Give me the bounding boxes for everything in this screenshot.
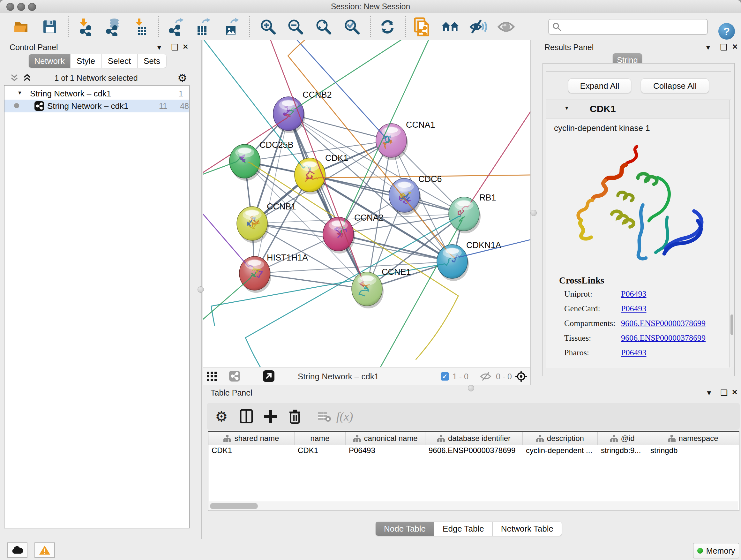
panel-float-icon[interactable]: ❑ [720, 388, 728, 398]
cloud-button[interactable] [7, 543, 27, 558]
left-splitter-grip[interactable] [198, 287, 204, 293]
gene-section-header[interactable]: ▼ CDK1 [546, 100, 731, 118]
zoom-out-button[interactable] [286, 18, 305, 36]
column-header-name[interactable]: name [294, 432, 346, 445]
zoom-fit-button[interactable] [315, 18, 333, 36]
protein-ribbon-squiggle [458, 40, 530, 215]
tab-select[interactable]: Select [102, 54, 138, 68]
horizontal-splitter-grip[interactable] [468, 385, 474, 391]
column-header--id[interactable]: @id [598, 432, 647, 445]
expand-all-button[interactable]: Expand All [568, 78, 631, 93]
section-collapse-icon[interactable]: ▼ [564, 105, 569, 111]
zoom-selected-icon [344, 18, 360, 35]
crosslink-label: Pharos: [564, 348, 621, 358]
column-header-namespace[interactable]: namespace [647, 432, 739, 445]
network-row[interactable]: String Network – cdk1 11 48 [4, 100, 189, 112]
network-edge-CCNB2-CCNE1[interactable] [288, 114, 367, 289]
table-row[interactable]: CDK1CDK1P064939606.ENSP00000378699cyclin… [208, 445, 739, 456]
table-cell[interactable]: 9606.ENSP00000378699 [425, 445, 523, 456]
panel-float-icon[interactable]: ❑ [171, 43, 179, 52]
table-cell[interactable]: P06493 [346, 445, 425, 456]
right-splitter-grip[interactable] [530, 210, 537, 216]
column-header-database-identifier[interactable]: database identifier [425, 432, 523, 445]
export-image-button[interactable] [222, 18, 240, 36]
network-share-icon[interactable] [229, 371, 240, 381]
search-input[interactable] [563, 21, 704, 32]
tab-edge-table[interactable]: Edge Table [434, 522, 493, 536]
crosslink-link[interactable]: 9606.ENSP00000378699 [621, 333, 705, 343]
import-table-button[interactable] [133, 18, 151, 36]
column-header-canonical-name[interactable]: canonical name [346, 432, 425, 445]
delete-column-trash-icon[interactable] [286, 408, 304, 425]
zoom-selected-button[interactable] [343, 18, 361, 36]
string-home-button[interactable] [441, 18, 459, 36]
node-label-CCNE1: CCNE1 [382, 267, 411, 277]
tab-sets[interactable]: Sets [138, 54, 166, 68]
network-edge-CCNB2-HIST1H1A[interactable] [255, 114, 288, 273]
hidden-count: 0 - 0 [496, 372, 512, 381]
panel-close-icon[interactable]: ✕ [732, 43, 738, 51]
gray-eye-button[interactable] [497, 18, 515, 36]
panel-float-icon[interactable]: ❑ [720, 43, 727, 52]
export-image-icon [223, 18, 239, 36]
hide-glass-button[interactable] [469, 18, 487, 36]
refresh-button[interactable] [379, 18, 396, 36]
results-scrollbar[interactable] [730, 100, 734, 368]
open-file-button[interactable] [13, 18, 30, 36]
table-cell[interactable]: stringdb [647, 445, 739, 456]
table-cell[interactable]: stringdb:9... [598, 445, 647, 456]
warning-button[interactable] [35, 543, 55, 558]
crosslink-link[interactable]: P06493 [621, 304, 646, 313]
crosslink-link[interactable]: P06493 [621, 289, 646, 299]
save-session-button[interactable] [41, 18, 59, 36]
tab-style[interactable]: Style [71, 54, 102, 68]
results-scrollbar-thumb[interactable] [731, 314, 733, 335]
hidden-eye-icon[interactable] [480, 372, 491, 381]
panel-close-icon[interactable]: ✕ [183, 43, 188, 51]
help-button[interactable]: ? [718, 23, 735, 40]
zoom-in-icon [260, 18, 276, 35]
panel-menu-icon[interactable]: ▼ [704, 44, 712, 52]
table-cell[interactable]: cyclin-dependent ... [523, 445, 598, 456]
import-network-database-button[interactable] [104, 18, 121, 36]
crosslink-link[interactable]: P06493 [621, 348, 646, 357]
tab-network-table[interactable]: Network Table [493, 522, 562, 536]
show-columns-icon[interactable] [238, 408, 255, 425]
crosshair-icon[interactable] [515, 370, 527, 382]
add-column-icon[interactable] [262, 408, 280, 425]
network-canvas[interactable]: CCNB2CCNA1CDC25BCDK1CDC6RB1CCNB1CCNA2CDK… [203, 40, 531, 367]
collection-expand-icon[interactable]: ▼ [17, 90, 22, 96]
column-type-icon [610, 435, 618, 442]
network-options-gear-icon[interactable]: ⚙ [178, 71, 187, 84]
network-node-CDC6[interactable] [389, 179, 421, 215]
table-horizontal-scrollbar[interactable] [209, 502, 738, 510]
network-collection-row[interactable]: ▼ String Network – cdk1 1 [4, 88, 189, 100]
memory-button[interactable]: Memory [693, 543, 739, 558]
export-network-button[interactable] [167, 18, 185, 36]
copy-network-button[interactable] [413, 18, 431, 36]
crosslink-label: GeneCard: [564, 304, 621, 314]
panel-close-icon[interactable]: ✕ [732, 388, 738, 396]
tab-network[interactable]: Network [29, 54, 71, 68]
export-table-button[interactable] [194, 18, 212, 36]
column-header-description[interactable]: description [523, 432, 598, 445]
network-node-CCNB1[interactable] [237, 206, 269, 243]
column-type-icon [437, 435, 445, 442]
table-scrollbar-thumb[interactable] [210, 503, 258, 509]
import-network-file-button[interactable] [77, 18, 95, 36]
tab-node-table[interactable]: Node Table [376, 522, 434, 536]
table-cell[interactable]: CDK1 [294, 445, 346, 456]
crosslink-link[interactable]: 9606.ENSP00000378699 [621, 319, 705, 328]
network-node-CCNA1[interactable] [214, 40, 408, 160]
open-in-new-window-icon[interactable] [263, 370, 274, 382]
birdseye-grid-icon[interactable] [207, 372, 218, 381]
collapse-all-button[interactable]: Collapse All [641, 78, 709, 93]
panel-menu-icon[interactable]: ▼ [705, 389, 713, 397]
table-settings-gear-icon[interactable]: ⚙ [212, 408, 230, 425]
panel-menu-icon[interactable]: ▼ [156, 44, 163, 52]
table-cell[interactable]: CDK1 [208, 445, 294, 456]
selected-checkbox-icon[interactable]: ✓ [441, 372, 449, 381]
zoom-in-button[interactable] [259, 18, 277, 36]
column-header-shared-name[interactable]: shared name [208, 432, 294, 445]
network-type-icon [35, 101, 44, 111]
